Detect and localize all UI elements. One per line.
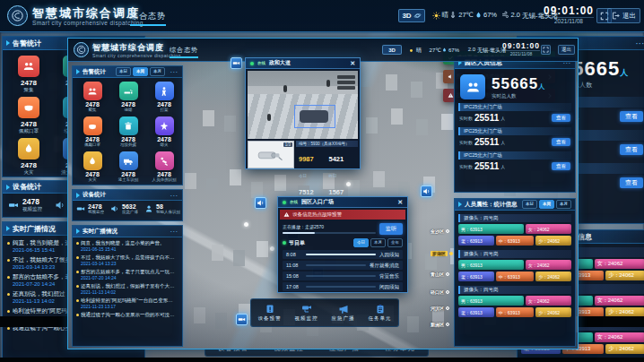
stat-label: 今日 xyxy=(299,174,307,178)
broadcast-item[interactable]: 哈利波特里的“阿尼玛格斯”一台自己变形机反弹，型千…2021-11-23 13:… xyxy=(76,297,178,309)
exit-button[interactable]: 退出 xyxy=(558,45,575,55)
playback-progress[interactable] xyxy=(283,232,376,234)
device-stat[interactable]: 2478视频监控 xyxy=(76,203,104,214)
mode-3d-toggle[interactable]: 3D xyxy=(398,9,425,22)
view-button[interactable]: 查看 xyxy=(620,177,643,188)
toolbar-task-unit-button[interactable]: 任务单元 xyxy=(369,304,392,322)
attr-bar-young: 少：24062 xyxy=(535,236,571,246)
alarm-stat[interactable]: 2478火灾 xyxy=(74,151,110,186)
camera-product-thumbnail[interactable]: 1/3 xyxy=(248,141,294,168)
alarm-stat[interactable]: 2478烟火 xyxy=(146,116,182,151)
tab-week[interactable]: 本周 xyxy=(539,200,554,209)
program-row[interactable]: 17:08闭园须知 xyxy=(283,282,403,291)
program-row[interactable]: 8:08入园须知 xyxy=(283,250,403,259)
exit-button[interactable]: 退出 xyxy=(607,8,640,23)
group-header: IPC25北大门广场 xyxy=(458,127,571,135)
tab-month[interactable]: 本月 xyxy=(150,67,165,76)
camera-stat: 9987 今日 xyxy=(299,149,326,181)
panel-arrow-icon xyxy=(6,40,10,46)
view-button[interactable]: 查看 xyxy=(552,162,570,170)
view-button[interactable]: 查看 xyxy=(552,138,570,146)
attr-bar-female: 女：24062 xyxy=(526,224,571,234)
route-stop[interactable]: 河滨区 xyxy=(431,306,449,311)
alarm-label: 烟火 xyxy=(146,142,182,147)
toolbar-video-monitor-button[interactable]: 视频监控 xyxy=(295,304,318,322)
close-icon[interactable]: ✕ xyxy=(350,60,355,67)
broadcast-item[interactable]: 我通过镜子沟一颗心里展示一些的不可没的最终档案… xyxy=(76,312,178,318)
more-button[interactable]: ··· xyxy=(170,69,178,74)
alarm-stat[interactable]: 2478渣土车识别 xyxy=(110,151,146,186)
tab-week[interactable]: 本周 xyxy=(133,67,148,76)
alarm-value: 2478 xyxy=(110,171,146,177)
device-stat[interactable]: 58智能人像识别 xyxy=(144,203,180,214)
program-row[interactable]: 15:08背景音乐 xyxy=(283,272,403,280)
map-speaker-icon[interactable] xyxy=(421,185,432,197)
map-marker-dot[interactable] xyxy=(244,222,248,227)
pedestrian xyxy=(283,85,287,92)
alarm-stat[interactable]: 2478火灾 xyxy=(6,138,51,179)
listen-button[interactable]: 监听 xyxy=(379,223,403,235)
tab-today[interactable]: 今日 xyxy=(353,238,369,247)
broadcast-item[interactable]: 那宫的古姑娘不多，老子只要玩点儿一玩，正蛋2气妞…2021-07-20 14:2… xyxy=(76,269,178,280)
fullscreen-button[interactable] xyxy=(541,45,551,55)
device-stat[interactable]: 2478视频监控 xyxy=(8,197,42,212)
route-stop[interactable]: 新洲区 xyxy=(431,322,449,327)
alarm-stat[interactable]: 2478抽烟 xyxy=(110,82,146,116)
view-button[interactable]: 查看 xyxy=(620,144,643,155)
inner-people-groups: IPC25北大门广场实时数25511人查看 IPC25北大门广场实时数25511… xyxy=(455,103,575,173)
alarm-stat[interactable]: 2478佩戴口罩 xyxy=(6,97,51,138)
alarm-label: 聚集 xyxy=(6,87,51,93)
close-icon[interactable]: ✕ xyxy=(397,199,403,206)
alarm-stat[interactable]: 2478聚集 xyxy=(74,82,110,116)
route-stop[interactable]: 硚口区 xyxy=(431,289,449,295)
video-overlay-chip xyxy=(337,86,355,90)
view-button[interactable]: 查看 xyxy=(620,111,643,122)
program-row[interactable]: 11:08餐厅就餐消息 xyxy=(283,261,403,270)
alarm-stat[interactable]: 2478聚集 xyxy=(6,56,51,97)
device-alert-icon xyxy=(264,304,276,315)
alarm-stat[interactable]: 2478人员摔倒识别 xyxy=(146,151,182,186)
tab-month[interactable]: 本月 xyxy=(556,200,571,209)
group-unit: 人 xyxy=(500,164,505,169)
camera-popup-header[interactable]: 在线 政和大道 ✕ xyxy=(246,58,360,69)
map-camera-icon[interactable] xyxy=(231,57,242,69)
tab-today[interactable]: 本日 xyxy=(522,200,537,209)
tab-year[interactable]: 全年 xyxy=(387,238,403,247)
online-status-label: 在线 xyxy=(290,200,298,204)
wind-item: 2.0 xyxy=(468,47,475,52)
tab-overall-situation[interactable]: 综合态势 xyxy=(130,11,166,26)
map-camera-icon[interactable] xyxy=(236,314,248,325)
broadcast-item[interactable]: 还真别说，我幻想过，假如裤子里有个大容量裤袋…2021-11-13 14:02 xyxy=(76,283,178,295)
alarm-label: 佩戴口罩 xyxy=(6,128,51,134)
tab-overall-situation[interactable]: 综合态势 xyxy=(170,46,198,58)
camera-video-frame[interactable] xyxy=(248,71,358,139)
broadcast-item[interactable]: 阔直，我当到晓楚，这是小菜的声音。2021-06-15 15:41 xyxy=(76,240,178,252)
device-stat[interactable]: 5632应急广播 xyxy=(110,203,138,214)
alarm-stat[interactable]: 2478垃圾外露 xyxy=(110,116,146,151)
toolbar-emergency-broadcast-button[interactable]: 应急广播 xyxy=(332,304,355,322)
more-button[interactable]: ··· xyxy=(636,40,644,47)
detection-box xyxy=(294,105,335,128)
online-status-label: 在线 xyxy=(257,61,265,65)
speaker-popup-header[interactable]: 在线 园区入口广场 ✕ xyxy=(278,197,407,208)
toolbar-device-alert-button[interactable]: 设备预警 xyxy=(258,304,282,322)
route-stop[interactable]: 青山区 xyxy=(431,272,449,277)
outer-alarm-title: 告警统计 xyxy=(13,39,41,48)
alarm-stat[interactable]: 2478打架 xyxy=(146,82,182,116)
route-stop[interactable]: 金沙区 xyxy=(431,228,449,234)
map-marker-dot[interactable] xyxy=(270,246,274,251)
mode-3d-toggle[interactable]: 3D xyxy=(382,45,402,55)
total-people-label: 实时总人数 xyxy=(492,93,544,99)
broadcast-item[interactable]: 不过，我姑娘大了恨头，总觉得孩子白不白的问题？2021-03-14 13:23 xyxy=(76,254,178,266)
inner-alarm-panel: 告警统计 本日 本周 本月 ··· 2478聚集 2478抽烟 2478打架 2… xyxy=(72,65,183,185)
alarm-stat[interactable]: 2478佩戴口罩 xyxy=(74,116,110,151)
tab-today[interactable]: 本日 xyxy=(116,67,131,76)
tab-month[interactable]: 本月 xyxy=(370,238,386,247)
route-stop-label: 青山区 xyxy=(431,272,444,277)
more-button[interactable]: ··· xyxy=(170,193,178,198)
attr-bar-male: 男：63913 xyxy=(458,296,524,306)
fault-alert-banner[interactable]: 设备信息热点故障预警 xyxy=(280,210,405,220)
more-button[interactable]: ··· xyxy=(170,228,178,234)
view-button[interactable]: 查看 xyxy=(552,114,570,122)
route-stop-active[interactable]: 罗湖区 xyxy=(431,251,453,256)
